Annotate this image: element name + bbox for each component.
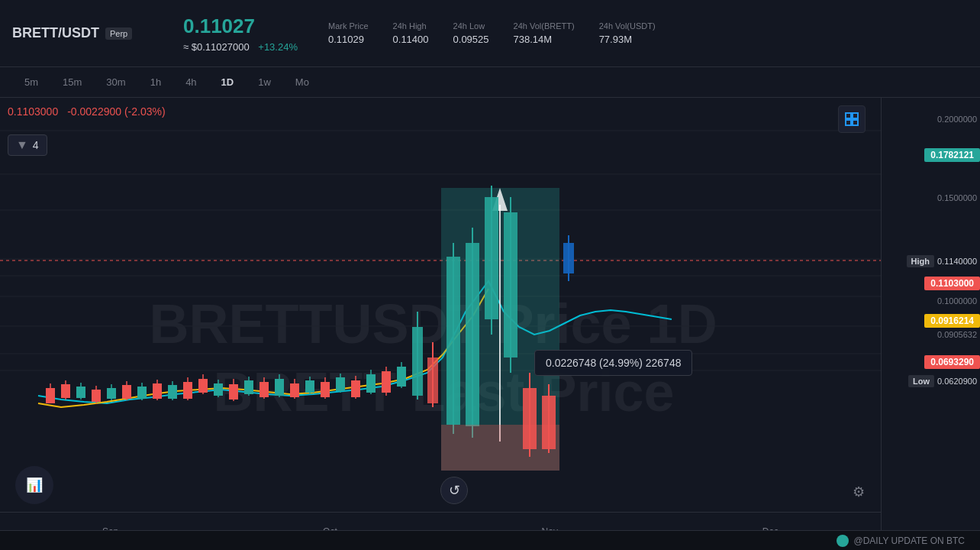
price-level-0905: 0.0905632 <box>937 330 977 339</box>
price-scale-labels: 0.2000000 0.1782121 0.1500000 High 0.114… <box>881 98 980 512</box>
change-pct: +13.24% <box>258 41 298 53</box>
symbol-section: BRETT/USDT Perp <box>12 25 165 41</box>
tooltip-text: 0.0226748 (24.99%) 226748 <box>546 357 681 369</box>
timeframe-bar: 5m15m30m1h4h1D1wMo <box>0 67 980 98</box>
stat-label: 24h High <box>393 21 429 31</box>
stat-item-24h_low: 24h Low 0.09525 <box>453 21 489 45</box>
tv-icon: 📊 <box>26 477 43 493</box>
indicator-count: 4 <box>33 139 39 151</box>
mark-price-tag: 0.1782121 <box>924 148 980 162</box>
stat-label: 24h Vol(BRETT) <box>514 21 575 31</box>
chevron-down-icon: ▼ <box>16 138 28 152</box>
svg-rect-81 <box>441 425 559 471</box>
high-label-row: High 0.1140000 <box>907 255 977 267</box>
usd-price: ≈ $0.11027000 +13.24% <box>183 41 298 53</box>
other-price-tag: 0.0693290 <box>924 355 980 369</box>
stat-label: 24h Low <box>453 21 489 31</box>
price-level-red: 0.1103000 <box>924 276 980 290</box>
high-value: 0.1140000 <box>937 257 977 266</box>
reset-button[interactable]: ↺ <box>440 477 468 504</box>
price-level-yellow: 0.0916214 <box>924 313 980 327</box>
chart-tooltip: 0.0226748 (24.99%) 226748 <box>534 350 692 376</box>
stat-value: 738.14M <box>514 34 575 45</box>
reset-icon: ↺ <box>449 482 460 499</box>
high-label: High <box>907 255 934 267</box>
header: BRETT/USDT Perp 0.11027 ≈ $0.11027000 +1… <box>0 0 980 67</box>
svg-rect-3 <box>853 120 858 125</box>
timeframe-30m[interactable]: 30m <box>94 72 137 92</box>
stat-item-mark_price: Mark Price 0.11029 <box>328 21 369 45</box>
price-level-015: 0.1500000 <box>937 193 977 202</box>
candlestick-chart <box>0 98 881 512</box>
low-label-row: Low 0.0620900 <box>908 375 977 387</box>
timeframe-1d[interactable]: 1D <box>209 72 247 92</box>
timeframe-5m[interactable]: 5m <box>12 72 50 92</box>
stat-item-24h_vol_brett_: 24h Vol(BRETT) 738.14M <box>514 21 575 45</box>
chart-price-info: 0.1103000 -0.0022900 (-2.03%) <box>8 105 166 118</box>
expand-icon <box>844 112 859 127</box>
symbol-name: BRETT/USDT <box>12 25 99 41</box>
stat-label: 24h Vol(USDT) <box>599 21 656 31</box>
timeframe-1h[interactable]: 1h <box>138 72 173 92</box>
settings-button[interactable]: ⚙ <box>848 481 869 503</box>
price-section: 0.11027 ≈ $0.11027000 +13.24% <box>183 15 298 53</box>
timeframe-4h[interactable]: 4h <box>173 72 208 92</box>
ohlc-change: -0.0022900 (-2.03%) <box>67 105 165 118</box>
stat-value: 77.93M <box>599 34 656 45</box>
candles <box>46 186 574 471</box>
stat-item-24h_high: 24h High 0.11400 <box>393 21 429 45</box>
stat-value: 0.09525 <box>453 34 489 45</box>
ohlc-price: 0.1103000 <box>8 105 58 118</box>
bottom-banner: @DAILY UPDATE ON BTC <box>0 530 980 550</box>
svg-rect-0 <box>846 113 851 118</box>
low-value: 0.0620900 <box>937 377 977 386</box>
svg-rect-2 <box>846 120 851 125</box>
svg-rect-1 <box>853 113 858 118</box>
price-level-01: 0.1000000 <box>937 296 977 306</box>
settings-icon: ⚙ <box>853 484 865 500</box>
price-level-red2: 0.0693290 <box>924 354 980 368</box>
timeframe-15m[interactable]: 15m <box>50 72 94 92</box>
stats-section: Mark Price 0.11029 24h High 0.11400 24h … <box>328 21 656 45</box>
chart-container: BRETTUSDT Price 1D BRETT Last Price 0.11… <box>0 98 980 550</box>
price-level-02: 0.2000000 <box>937 115 977 124</box>
timeframe-1w[interactable]: 1w <box>246 72 283 92</box>
stat-item-24h_vol_usdt_: 24h Vol(USDT) 77.93M <box>599 21 656 45</box>
price-level-green: 0.1782121 <box>924 147 980 161</box>
stat-value: 0.11400 <box>393 34 429 45</box>
expand-button[interactable] <box>838 105 866 133</box>
indicator-button[interactable]: ▼ 4 <box>8 134 47 156</box>
last-price-tag: 0.1103000 <box>924 277 980 290</box>
ma-price-tag: 0.0916214 <box>924 314 980 328</box>
daily-update-icon <box>837 535 849 547</box>
perp-badge: Perp <box>105 28 132 40</box>
low-label: Low <box>908 375 934 387</box>
stat-value: 0.11029 <box>328 34 369 45</box>
main-price: 0.11027 <box>183 15 298 38</box>
tradingview-logo[interactable]: 📊 <box>15 466 53 504</box>
bottom-banner-text: @DAILY UPDATE ON BTC <box>853 535 965 546</box>
stat-label: Mark Price <box>328 21 369 31</box>
timeframe-mo[interactable]: Mo <box>283 72 321 92</box>
